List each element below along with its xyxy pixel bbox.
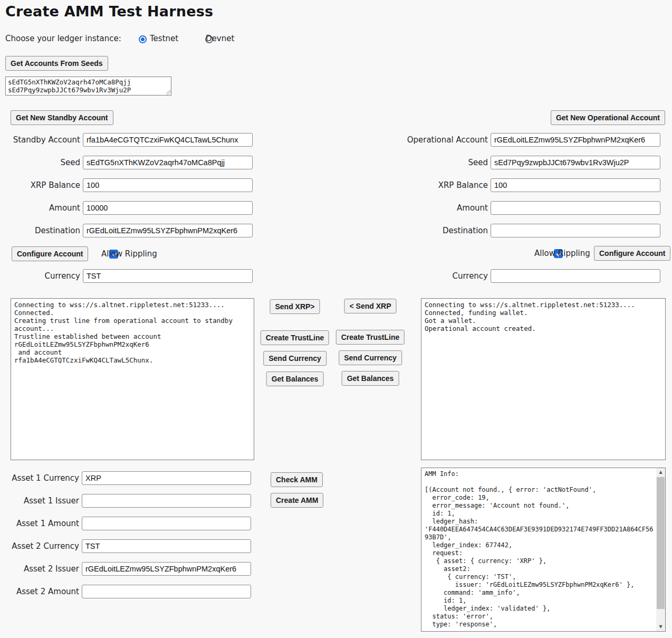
operational-xrp-balance-row: XRP Balance <box>395 178 660 192</box>
operational-currency-input[interactable] <box>491 269 660 283</box>
standby-seed-label: Seed <box>0 158 83 167</box>
operational-results-textarea[interactable]: Connecting to wss://s.altnet.rippletest.… <box>421 298 666 460</box>
operational-allow-rippling-label: Allow Rippling <box>534 249 590 258</box>
asset2-currency-label: Asset 2 Currency <box>0 541 82 551</box>
asset1-amount-row: Asset 1 Amount <box>0 517 251 530</box>
asset1-currency-label: Asset 1 Currency <box>0 473 82 483</box>
asset1-amount-label: Asset 1 Amount <box>0 519 82 528</box>
devnet-radio-label: Devnet <box>206 34 234 43</box>
scrollbar-thumb[interactable] <box>657 477 665 609</box>
get-new-operational-account-button[interactable]: Get New Operational Account <box>551 110 665 125</box>
standby-account-input[interactable] <box>83 133 253 147</box>
standby-destination-label: Destination <box>0 226 83 235</box>
amm-info-textarea[interactable]: AMM Info: [(Account not found., { error:… <box>421 468 666 632</box>
operational-account-label: Operational Account <box>395 135 491 145</box>
operational-account-input[interactable] <box>491 133 660 147</box>
operational-amount-row: Amount <box>395 201 660 215</box>
operational-seed-input[interactable] <box>491 156 660 169</box>
asset2-amount-row: Asset 2 Amount <box>0 585 251 598</box>
check-amm-button[interactable]: Check AMM <box>271 472 323 487</box>
standby-amount-input[interactable] <box>83 201 253 215</box>
create-amm-test-harness-page: Create AMM Test Harness Choose your ledg… <box>0 0 672 638</box>
asset1-currency-row: Asset 1 Currency <box>0 471 251 485</box>
operational-amount-label: Amount <box>395 203 491 213</box>
get-new-standby-account-button[interactable]: Get New Standby Account <box>11 110 113 125</box>
operational-currency-row: Currency <box>395 269 660 283</box>
standby-currency-input[interactable] <box>83 269 253 283</box>
asset1-currency-input[interactable] <box>82 471 251 485</box>
standby-results-textarea[interactable]: Connecting to wss://s.altnet.rippletest.… <box>11 298 254 460</box>
scroll-up-icon[interactable]: ▲ <box>656 468 665 477</box>
resize-grip-icon[interactable] <box>166 90 171 95</box>
standby-seed-row: Seed <box>0 156 253 169</box>
operational-send-currency-button[interactable]: Send Currency <box>339 350 402 365</box>
asset2-issuer-label: Asset 2 Issuer <box>0 564 82 574</box>
scroll-down-icon[interactable]: ▼ <box>656 623 665 631</box>
standby-allow-rippling-label: Allow Rippling <box>101 249 157 259</box>
operational-account-row: Operational Account <box>395 133 660 147</box>
asset2-issuer-row: Asset 2 Issuer <box>0 562 251 576</box>
create-amm-button[interactable]: Create AMM <box>271 493 323 508</box>
standby-currency-row: Currency <box>0 269 253 283</box>
standby-amount-label: Amount <box>0 203 83 213</box>
operational-create-trustline-button[interactable]: Create TrustLine <box>336 330 405 345</box>
standby-get-balances-button[interactable]: Get Balances <box>266 372 324 386</box>
standby-xrp-balance-label: XRP Balance <box>0 180 83 190</box>
operational-xrp-balance-input[interactable] <box>491 178 660 192</box>
standby-xrp-balance-input[interactable] <box>83 178 253 192</box>
operational-configure-account-button[interactable]: Configure Account <box>594 246 670 261</box>
asset2-amount-label: Asset 2 Amount <box>0 587 82 596</box>
asset2-currency-input[interactable] <box>82 539 251 553</box>
seeds-textarea[interactable]: sEdTG5nXThKWZoV2aqrh47oMCa8Pqjj sEd7Pqy9… <box>5 77 171 96</box>
ledger-instance-label: Choose your ledger instance: <box>5 34 121 43</box>
standby-currency-label: Currency <box>0 271 83 281</box>
asset1-issuer-row: Asset 1 Issuer <box>0 494 251 508</box>
operational-send-xrp-button[interactable]: < Send XRP <box>344 299 397 313</box>
standby-amount-row: Amount <box>0 201 253 215</box>
operational-currency-label: Currency <box>395 271 491 281</box>
get-accounts-from-seeds-button[interactable]: Get Accounts From Seeds <box>5 56 108 71</box>
asset1-issuer-label: Asset 1 Issuer <box>0 496 82 506</box>
asset2-amount-input[interactable] <box>82 585 251 598</box>
operational-destination-row: Destination <box>395 224 660 237</box>
standby-seed-input[interactable] <box>83 156 253 169</box>
standby-account-label: Standby Account <box>0 135 83 145</box>
standby-configure-account-button[interactable]: Configure Account <box>12 246 88 261</box>
operational-seed-label: Seed <box>395 158 491 167</box>
testnet-radio[interactable] <box>139 35 147 43</box>
operational-destination-label: Destination <box>395 226 491 235</box>
amm-info-panel: AMM Info: [(Account not found., { error:… <box>421 468 666 632</box>
asset1-amount-input[interactable] <box>82 517 251 530</box>
operational-seed-row: Seed <box>395 156 660 169</box>
testnet-radio-label: Testnet <box>150 34 178 43</box>
standby-create-trustline-button[interactable]: Create TrustLine <box>261 330 329 345</box>
standby-xrp-balance-row: XRP Balance <box>0 178 253 192</box>
standby-destination-input[interactable] <box>83 224 253 237</box>
asset2-issuer-input[interactable] <box>82 562 251 576</box>
standby-send-currency-button[interactable]: Send Currency <box>263 351 327 366</box>
operational-xrp-balance-label: XRP Balance <box>395 180 491 190</box>
standby-send-xrp-button[interactable]: Send XRP> <box>270 299 320 314</box>
page-title: Create AMM Test Harness <box>5 3 213 20</box>
operational-get-balances-button[interactable]: Get Balances <box>342 371 399 386</box>
standby-account-row: Standby Account <box>0 133 253 147</box>
amm-info-scrollbar[interactable]: ▲ ▼ <box>656 468 665 631</box>
standby-destination-row: Destination <box>0 224 253 237</box>
operational-amount-input[interactable] <box>491 201 660 215</box>
asset2-currency-row: Asset 2 Currency <box>0 539 251 553</box>
operational-destination-input[interactable] <box>491 224 660 237</box>
asset1-issuer-input[interactable] <box>82 494 251 508</box>
